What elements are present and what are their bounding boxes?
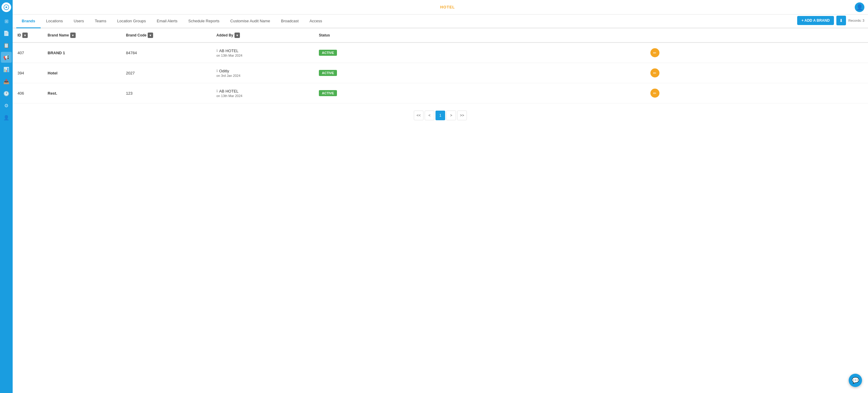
- nav-tabs: Brands Locations Users Teams Location Gr…: [13, 14, 868, 28]
- table-row: 407 BRAND 1 84784 ℹ AB HOTEL on 13th Mar…: [13, 42, 868, 63]
- col-id-label: ID: [18, 33, 21, 37]
- sidebar-item-chart[interactable]: 📊: [1, 64, 12, 75]
- tab-schedule-reports[interactable]: Schedule Reports: [183, 14, 225, 28]
- status-badge: ACTIVE: [319, 50, 337, 56]
- info-icon: ℹ: [216, 49, 218, 53]
- app-logo[interactable]: [1, 2, 11, 12]
- sidebar-item-user[interactable]: 👤: [1, 112, 12, 123]
- nav-actions: + ADD A BRAND ⬇ Records: 3: [797, 16, 864, 28]
- cell-id: 406: [13, 83, 43, 103]
- cell-status: ACTIVE: [314, 63, 646, 83]
- user-avatar[interactable]: 👤: [855, 2, 864, 12]
- brands-table: ID ▼ Brand Name ▼ Brand Code ▼: [13, 28, 868, 103]
- info-icon: ℹ: [216, 69, 218, 73]
- tab-brands[interactable]: Brands: [16, 14, 41, 28]
- sidebar-item-settings[interactable]: ⚙: [1, 100, 12, 111]
- cell-added-by: ℹ Oditly on 3rd Jan 2024: [212, 63, 314, 83]
- col-brand-name-label: Brand Name: [48, 33, 69, 37]
- col-added-by-label: Added By: [216, 33, 233, 37]
- sidebar: ⊞ 📄 📋 📢 📊 📥 🕐 ⚙ 👤: [0, 0, 13, 393]
- topbar: HOTEL 👤: [13, 0, 868, 14]
- cell-brand-name: Hotel: [43, 63, 121, 83]
- cell-actions: ✏: [646, 42, 868, 63]
- cell-id: 407: [13, 42, 43, 63]
- col-brand-name-sort[interactable]: ▼: [70, 33, 76, 38]
- pagination: << < 1 > >>: [13, 103, 868, 127]
- cell-added-by: ℹ AB HOTEL on 13th Mar 2024: [212, 42, 314, 63]
- col-id-sort[interactable]: ▼: [22, 33, 28, 38]
- sidebar-item-clock[interactable]: 🕐: [1, 88, 12, 99]
- table-row: 394 Hotel 2027 ℹ Oditly on 3rd Jan 2024 …: [13, 63, 868, 83]
- added-by-date: on 13th Mar 2024: [216, 94, 309, 98]
- tab-customise-audit-name[interactable]: Customise Audit Name: [225, 14, 276, 28]
- status-badge: ACTIVE: [319, 70, 337, 76]
- cell-brand-code: 123: [121, 83, 212, 103]
- col-added-by-sort[interactable]: ▼: [235, 33, 240, 38]
- sidebar-item-document2[interactable]: 📋: [1, 40, 12, 51]
- added-by-name-text: AB HOTEL: [219, 89, 239, 93]
- download-button[interactable]: ⬇: [836, 16, 846, 25]
- pagination-page-1[interactable]: 1: [435, 111, 445, 120]
- chat-button[interactable]: 💬: [849, 374, 862, 387]
- tab-locations[interactable]: Locations: [41, 14, 68, 28]
- tab-location-groups[interactable]: Location Groups: [112, 14, 151, 28]
- cell-actions: ✏: [646, 83, 868, 103]
- records-count: Records: 3: [848, 19, 864, 22]
- edit-button[interactable]: ✏: [650, 68, 659, 78]
- pagination-last[interactable]: >>: [457, 111, 467, 120]
- cell-status: ACTIVE: [314, 83, 646, 103]
- tab-users[interactable]: Users: [68, 14, 89, 28]
- pagination-prev[interactable]: <: [425, 111, 434, 120]
- sidebar-item-document[interactable]: 📄: [1, 28, 12, 38]
- cell-id: 394: [13, 63, 43, 83]
- pagination-first[interactable]: <<: [414, 111, 424, 120]
- sidebar-item-broadcast[interactable]: 📢: [1, 52, 12, 63]
- main-content: HOTEL 👤 Brands Locations Users Teams Loc…: [13, 0, 868, 393]
- col-status-label: Status: [319, 33, 330, 37]
- added-by-name-text: Oditly: [219, 69, 229, 73]
- cell-brand-name: BRAND 1: [43, 42, 121, 63]
- cell-status: ACTIVE: [314, 42, 646, 63]
- info-icon: ℹ: [216, 89, 218, 93]
- table-row: 406 Rest. 123 ℹ AB HOTEL on 13th Mar 202…: [13, 83, 868, 103]
- svg-point-1: [6, 7, 7, 7]
- cell-actions: ✏: [646, 63, 868, 83]
- edit-button[interactable]: ✏: [650, 89, 659, 98]
- hotel-label: HOTEL: [440, 5, 455, 9]
- added-by-date: on 13th Mar 2024: [216, 54, 309, 57]
- added-by-name-text: AB HOTEL: [219, 49, 239, 53]
- tab-access[interactable]: Access: [304, 14, 328, 28]
- tab-email-alerts[interactable]: Email Alerts: [151, 14, 183, 28]
- col-brand-code-sort[interactable]: ▼: [148, 33, 153, 38]
- content-area: ID ▼ Brand Name ▼ Brand Code ▼: [13, 28, 868, 393]
- sidebar-item-inbox[interactable]: 📥: [1, 76, 12, 87]
- pagination-next[interactable]: >: [446, 111, 456, 120]
- edit-button[interactable]: ✏: [650, 48, 659, 57]
- cell-brand-code: 2027: [121, 63, 212, 83]
- tab-teams[interactable]: Teams: [89, 14, 112, 28]
- tab-broadcast[interactable]: Broadcast: [276, 14, 304, 28]
- cell-brand-name: Rest.: [43, 83, 121, 103]
- col-brand-code-label: Brand Code: [126, 33, 147, 37]
- added-by-date: on 3rd Jan 2024: [216, 74, 309, 78]
- add-brand-button[interactable]: + ADD A BRAND: [797, 16, 834, 25]
- cell-added-by: ℹ AB HOTEL on 13th Mar 2024: [212, 83, 314, 103]
- sidebar-item-apps[interactable]: ⊞: [1, 16, 12, 27]
- status-badge: ACTIVE: [319, 90, 337, 96]
- cell-brand-code: 84784: [121, 42, 212, 63]
